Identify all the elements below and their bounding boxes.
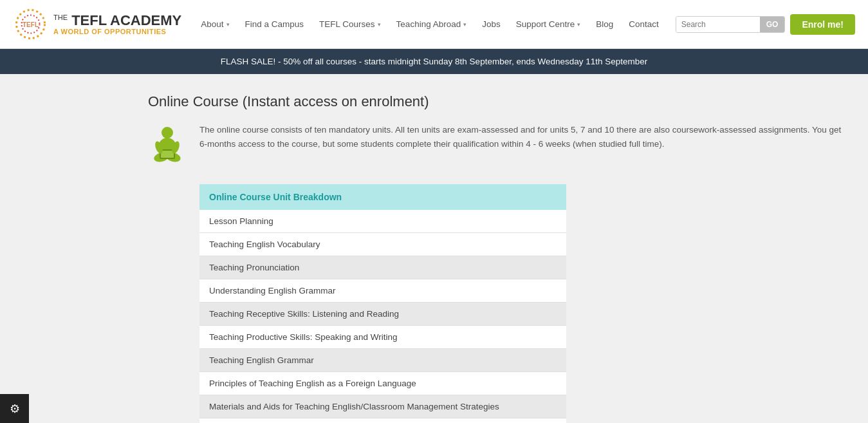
course-breakdown-table: Online Course Unit Breakdown Lesson Plan…	[199, 184, 566, 423]
nav-item-tefl-courses[interactable]: TEFL Courses ▾	[313, 14, 387, 34]
logo-tagline: A WORLD OF OPPORTUNITIES	[53, 28, 181, 35]
main-content: Online Course (Instant access on enrolme…	[0, 74, 868, 423]
table-row: Teaching Receptive Skills: Listening and…	[199, 303, 566, 326]
table-row: Understanding English Grammar	[199, 279, 566, 303]
search-area: GO	[676, 16, 786, 33]
search-button[interactable]: GO	[760, 17, 785, 32]
search-input[interactable]	[676, 17, 760, 32]
table-row: Teaching Productive Skills: Speaking and…	[199, 326, 566, 349]
logo-name: TEFL ACADEMY	[71, 12, 181, 28]
logo-prefix: THE	[53, 13, 68, 21]
nav-item-find-campus[interactable]: Find a Campus	[239, 14, 311, 34]
nav-item-blog[interactable]: Blog	[589, 14, 620, 34]
svg-point-3	[162, 127, 173, 138]
course-intro: The online course consists of ten mandat…	[148, 123, 842, 168]
enrol-button[interactable]: Enrol me!	[790, 14, 855, 35]
flash-banner-text: FLASH SALE! - 50% off all courses - star…	[221, 57, 648, 66]
page-title: Online Course (Instant access on enrolme…	[148, 93, 842, 110]
chevron-down-icon: ▾	[463, 21, 466, 28]
header-right: GO Enrol me!	[676, 14, 855, 35]
student-icon	[148, 123, 187, 168]
svg-rect-8	[161, 151, 174, 158]
nav-item-about[interactable]: About ▾	[194, 14, 235, 34]
flash-banner: FLASH SALE! - 50% off all courses - star…	[0, 49, 868, 74]
table-row: Materials and Aids for Teaching English/…	[199, 395, 566, 418]
header: TEFL THE TEFL ACADEMY A WORLD OF OPPORTU…	[0, 0, 868, 49]
nav-item-jobs[interactable]: Jobs	[476, 14, 507, 34]
table-row: Teaching Pronunciation	[199, 256, 566, 279]
main-nav: About ▾ Find a Campus TEFL Courses ▾ Tea…	[181, 14, 676, 34]
chevron-down-icon: ▾	[577, 21, 580, 28]
course-description: The online course consists of ten mandat…	[199, 123, 842, 168]
gear-icon: ⚙	[10, 402, 20, 416]
breakdown-header: Online Course Unit Breakdown	[199, 184, 566, 210]
logo-text: THE TEFL ACADEMY A WORLD OF OPPORTUNITIE…	[53, 14, 181, 35]
table-row: Teaching English Grammar	[199, 349, 566, 372]
table-row: Teaching English Vocabulary	[199, 233, 566, 256]
chevron-down-icon: ▾	[226, 21, 230, 28]
table-row: Principles of Teaching English as a Fore…	[199, 372, 566, 395]
chevron-down-icon: ▾	[378, 21, 381, 28]
settings-button[interactable]: ⚙	[0, 394, 29, 423]
logo: TEFL THE TEFL ACADEMY A WORLD OF OPPORTU…	[13, 6, 181, 42]
table-row: Using Resources Effectively when Teachin…	[199, 418, 566, 424]
nav-item-support-centre[interactable]: Support Centre ▾	[510, 14, 587, 34]
svg-text:TEFL: TEFL	[23, 21, 39, 28]
nav-item-teaching-abroad[interactable]: Teaching Abroad ▾	[390, 14, 474, 34]
nav-item-contact[interactable]: Contact	[622, 14, 665, 34]
logo-icon: TEFL	[13, 6, 48, 42]
table-row: Lesson Planning	[199, 210, 566, 233]
